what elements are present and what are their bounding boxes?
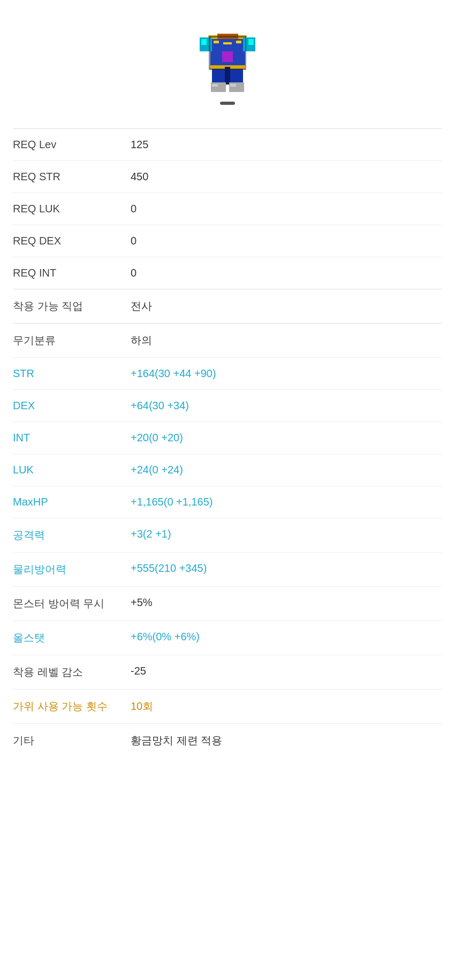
req-value: 0 — [131, 203, 136, 215]
modal-container: REQ Lev 125 REQ STR 450 REQ LUK 0 REQ DE… — [0, 0, 455, 980]
stat-row: STR +164(30 +44 +90) — [13, 358, 442, 390]
stat-value: +555(210 +345) — [131, 562, 207, 575]
req-row: REQ DEX 0 — [13, 225, 442, 257]
stat-label: DEX — [13, 400, 131, 412]
stat-label: 몬스터 방어력 무시 — [13, 596, 131, 611]
req-row: REQ Lev 125 — [13, 129, 442, 161]
equip-section: 착용 가능 직업 전사 — [0, 289, 455, 323]
stat-label: STR — [13, 368, 131, 380]
stat-label: INT — [13, 432, 131, 444]
stat-row: MaxHP +1,165(0 +1,165) — [13, 486, 442, 518]
equip-label: 착용 가능 직업 — [13, 299, 131, 313]
stat-row: 무기분류 하의 — [13, 324, 442, 358]
stat-label: 가위 사용 가능 횟수 — [13, 699, 131, 714]
stat-value: 황금망치 제련 적용 — [131, 733, 222, 748]
stat-label: 기타 — [13, 733, 131, 748]
stat-value: +5% — [131, 596, 153, 609]
star-badge-row — [0, 102, 455, 110]
stat-label: 무기분류 — [13, 333, 131, 348]
stat-row: 올스탯 +6%(0% +6%) — [13, 621, 442, 655]
equip-row: 착용 가능 직업 전사 — [13, 289, 442, 323]
req-value: 125 — [131, 139, 148, 151]
stat-row: DEX +64(30 +34) — [13, 390, 442, 422]
req-value: 0 — [131, 267, 136, 279]
stat-row: 기타 황금망치 제련 적용 — [13, 724, 442, 757]
req-row: REQ STR 450 — [13, 161, 442, 193]
stat-row: 물리방어력 +555(210 +345) — [13, 553, 442, 587]
req-label: REQ STR — [13, 171, 131, 183]
stat-value: -25 — [131, 665, 146, 677]
req-label: REQ LUK — [13, 203, 131, 215]
stat-label: 공격력 — [13, 528, 131, 542]
stat-row: INT +20(0 +20) — [13, 422, 442, 454]
req-label: REQ DEX — [13, 235, 131, 247]
req-row: REQ INT 0 — [13, 257, 442, 289]
stat-label: MaxHP — [13, 496, 131, 508]
title-section — [0, 114, 455, 128]
stat-label: 올스탯 — [13, 631, 131, 645]
stat-value: +64(30 +34) — [131, 400, 189, 412]
stat-label: LUK — [13, 464, 131, 476]
stat-row: 착용 레벨 감소 -25 — [13, 655, 442, 690]
stat-value: +6%(0% +6%) — [131, 631, 200, 643]
req-label: REQ Lev — [13, 139, 131, 151]
item-sprite — [193, 27, 262, 96]
stat-row: LUK +24(0 +24) — [13, 454, 442, 486]
star-badge — [220, 102, 235, 105]
req-row: REQ LUK 0 — [13, 193, 442, 225]
item-image-container — [0, 16, 455, 102]
stat-label: 착용 레벨 감소 — [13, 665, 131, 679]
stat-row: 가위 사용 가능 횟수 10회 — [13, 690, 442, 724]
stat-value: +20(0 +20) — [131, 432, 183, 444]
stat-row: 몬스터 방어력 무시 +5% — [13, 587, 442, 621]
equip-value: 전사 — [131, 299, 152, 313]
stat-row: 공격력 +3(2 +1) — [13, 518, 442, 553]
requirements-section: REQ Lev 125 REQ STR 450 REQ LUK 0 REQ DE… — [0, 129, 455, 289]
req-label: REQ INT — [13, 267, 131, 279]
stat-value: +164(30 +44 +90) — [131, 368, 216, 380]
stat-value: 하의 — [131, 333, 152, 348]
stat-value: 10회 — [131, 699, 153, 714]
stat-value: +3(2 +1) — [131, 528, 171, 540]
stat-label: 물리방어력 — [13, 562, 131, 577]
stats-section: 무기분류 하의 STR +164(30 +44 +90) DEX +64(30 … — [0, 324, 455, 757]
stat-value: +1,165(0 +1,165) — [131, 496, 213, 508]
stat-value: +24(0 +24) — [131, 464, 183, 476]
req-value: 0 — [131, 235, 136, 247]
req-value: 450 — [131, 171, 148, 183]
